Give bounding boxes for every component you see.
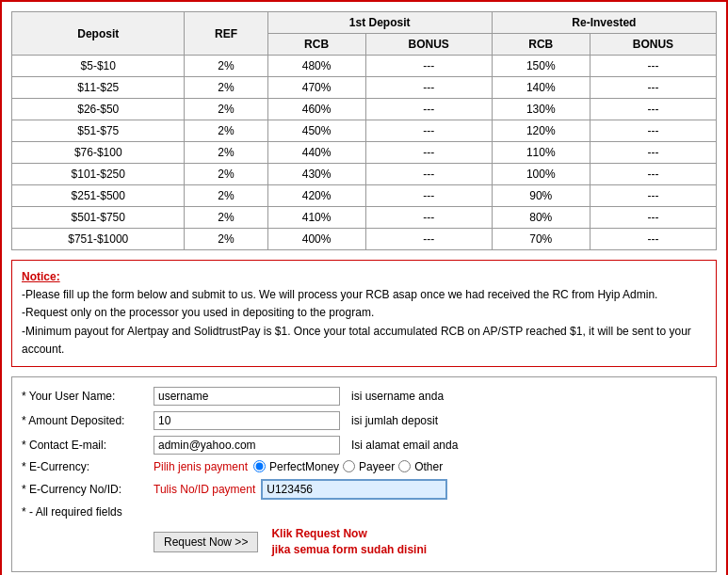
ecurrency-label: * E-Currency:: [22, 460, 154, 473]
email-row: * Contact E-mail: Isi alamat email anda: [22, 436, 706, 455]
rates-table: Deposit REF 1st Deposit Re-Invested RCB …: [11, 11, 717, 250]
table-row: $101-$2502%430%---100%---: [12, 164, 717, 185]
payeer-label[interactable]: Payeer: [359, 460, 395, 473]
perfectmoney-label[interactable]: PerfectMoney: [269, 460, 339, 473]
amount-hint: isi jumlah deposit: [351, 414, 438, 427]
ecurrency-radio-group: PerfectMoney Payeer Other: [253, 460, 443, 473]
col-first-deposit: 1st Deposit: [267, 12, 492, 34]
form-section: * Your User Name: isi username anda * Am…: [11, 376, 717, 572]
amount-input-wrap: [154, 411, 342, 430]
email-input-wrap: [154, 436, 342, 455]
username-hint: isi username anda: [351, 390, 444, 403]
ecno-row: * E-Currency No/ID: Tulis No/ID payment: [22, 479, 706, 500]
table-row: $5-$102%480%---150%---: [12, 56, 717, 77]
ecno-label: * E-Currency No/ID:: [22, 483, 154, 496]
submit-hint-line1: Klik Request Now: [271, 527, 366, 540]
username-input[interactable]: [154, 387, 340, 406]
amount-input[interactable]: [154, 411, 340, 430]
required-note: * - All required fields: [22, 505, 706, 519]
table-row: $251-$5002%420%---90%---: [12, 185, 717, 207]
email-hint: Isi alamat email anda: [351, 439, 458, 452]
username-label: * Your User Name:: [22, 390, 154, 403]
ecno-input[interactable]: [261, 479, 447, 500]
col-ri-rcb: RCB: [492, 34, 590, 56]
other-radio[interactable]: [398, 460, 411, 472]
username-row: * Your User Name: isi username anda: [22, 387, 706, 406]
table-row: $51-$752%450%---120%---: [12, 120, 717, 142]
submit-button[interactable]: Request Now >>: [154, 532, 258, 552]
ecno-hint-label: Tulis No/ID payment: [154, 483, 255, 496]
ecurrency-hint-label: Pilih jenis payment: [154, 460, 248, 473]
amount-row: * Amount Deposited: isi jumlah deposit: [22, 411, 706, 430]
col-fd-bonus: BONUS: [365, 34, 492, 56]
notice-line-2: -Request only on the processor you used …: [22, 306, 374, 319]
table-row: $751-$10002%400%---70%---: [12, 229, 717, 250]
submit-hint-line2: jika semua form sudah disini: [271, 543, 427, 556]
table-row: $26-$502%460%---130%---: [12, 99, 717, 120]
col-ri-bonus: BONUS: [590, 34, 716, 56]
col-deposit: Deposit: [12, 12, 185, 56]
table-row: $76-$1002%440%---110%---: [12, 142, 717, 164]
username-input-wrap: [154, 387, 342, 406]
col-reinvested: Re-Invested: [492, 12, 716, 34]
col-ref: REF: [185, 12, 267, 56]
table-row: $11-$252%470%---140%---: [12, 77, 717, 99]
notice-title: Notice:: [22, 270, 60, 283]
submit-row: Request Now >> Klik Request Now jika sem…: [154, 526, 706, 558]
perfectmoney-radio[interactable]: [253, 460, 266, 472]
main-container: Deposit REF 1st Deposit Re-Invested RCB …: [0, 0, 728, 575]
other-label[interactable]: Other: [414, 460, 443, 473]
submit-hint: Klik Request Now jika semua form sudah d…: [271, 526, 427, 558]
payeer-radio[interactable]: [343, 460, 355, 472]
notice-section: Notice: -Please fill up the form below a…: [11, 260, 717, 367]
col-fd-rcb: RCB: [267, 34, 365, 56]
email-input[interactable]: [154, 436, 340, 455]
ecurrency-row: * E-Currency: Pilih jenis payment Perfec…: [22, 460, 706, 473]
amount-label: * Amount Deposited:: [22, 414, 154, 427]
email-label: * Contact E-mail:: [22, 439, 154, 452]
table-row: $501-$7502%410%---80%---: [12, 207, 717, 229]
notice-line-3: -Minimum payout for Alertpay and Solidtr…: [22, 325, 691, 356]
notice-line-1: -Please fill up the form below and submi…: [22, 288, 657, 301]
